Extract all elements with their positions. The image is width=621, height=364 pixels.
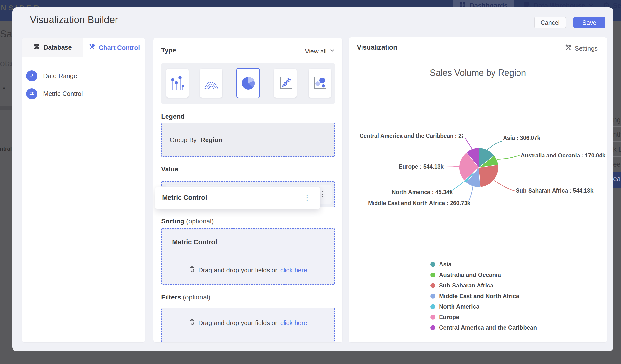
legend-dot xyxy=(431,262,435,267)
view-all-button[interactable]: View all xyxy=(305,48,335,55)
sorting-dropzone[interactable]: Metric Control Drag and drop your fields… xyxy=(161,228,335,285)
pie-label-europe: Europe : 544.13k xyxy=(399,163,444,170)
pie-label-asia: Asia : 306.07k xyxy=(503,135,540,141)
legend-dot xyxy=(431,304,435,309)
legend-label: Sub-Saharan Africa xyxy=(439,282,493,289)
leader-line-asia xyxy=(487,141,501,150)
legend-item[interactable]: Asia xyxy=(431,261,537,268)
kebab-menu-icon[interactable]: ⋮ xyxy=(303,194,311,201)
cancel-button[interactable]: Cancel xyxy=(534,17,566,28)
tab-chart-control-label: Chart Control xyxy=(99,44,140,52)
pie-label-mena: Middle East and North Africa : 260.73k xyxy=(368,200,470,207)
lollipop-chart-icon xyxy=(170,75,185,91)
legend-label: Australia and Oceania xyxy=(439,272,501,278)
legend-item[interactable]: Australia and Oceania xyxy=(431,272,537,278)
leader-line-sub-saharan xyxy=(493,180,515,191)
chart-type-arc[interactable] xyxy=(200,69,223,98)
builder-panel: Type View all xyxy=(153,38,342,342)
sidebar-item-metric-control[interactable]: Metric Control xyxy=(26,88,83,99)
background-menu-divider xyxy=(612,141,621,141)
tune-icon xyxy=(26,88,37,99)
tap-hand-icon xyxy=(189,319,195,327)
tap-hand-icon xyxy=(189,266,195,274)
background-menu-item: k D xyxy=(613,146,621,153)
tab-chart-control[interactable]: Chart Control xyxy=(83,38,145,57)
sorting-chip-label: Metric Control xyxy=(172,238,217,246)
sorting-heading: Sorting (optional) xyxy=(161,218,214,225)
tune-icon xyxy=(26,70,37,81)
database-icon xyxy=(33,43,40,52)
legend-dot xyxy=(431,315,435,320)
background-menu-item: eek xyxy=(613,161,621,168)
chart-type-lollipop[interactable] xyxy=(166,69,189,98)
sidebar-panel: Database Chart Control Date Range Metric… xyxy=(22,38,145,342)
value-chip-label: Metric Control xyxy=(162,194,207,202)
group-by-link[interactable]: Group By xyxy=(170,136,197,144)
background-text-fragment: ntral xyxy=(0,146,12,152)
legend-dot xyxy=(431,283,435,288)
legend-dot xyxy=(431,294,435,298)
legend-label: Middle East and North Africa xyxy=(439,293,519,299)
background-menu-divider xyxy=(612,156,621,157)
leader-line-europe xyxy=(442,166,459,167)
sidebar-item-label: Date Range xyxy=(43,72,77,80)
legend-label: Asia xyxy=(439,261,451,268)
value-chip-dragging[interactable]: Metric Control ⋮ xyxy=(155,187,320,209)
legend-dot xyxy=(431,325,435,330)
view-all-label: View all xyxy=(305,48,327,55)
value-heading: Value xyxy=(161,166,179,173)
filters-heading: Filters (optional) xyxy=(161,294,210,301)
legend-item[interactable]: Central America and the Caribbean xyxy=(431,324,537,331)
click-here-link[interactable]: click here xyxy=(280,266,307,274)
leader-line-australia xyxy=(496,155,520,159)
tab-database-label: Database xyxy=(43,44,72,51)
nav-settings-label: Se xyxy=(613,2,621,10)
chart-type-pie-selected[interactable] xyxy=(236,68,260,98)
pie-label-sub-saharan: Sub-Saharan Africa : 544.13k xyxy=(516,187,593,194)
legend-label: North America xyxy=(439,303,479,310)
type-heading: Type xyxy=(161,47,176,54)
legend-heading: Legend xyxy=(161,113,185,121)
chart-legend: Asia Australia and Oceania Sub-Saharan A… xyxy=(431,261,537,331)
click-here-link[interactable]: click here xyxy=(280,319,307,327)
background-text-fragment: ota xyxy=(0,58,12,69)
leader-line-mena xyxy=(468,186,473,202)
background-menu-item: nge xyxy=(613,116,621,124)
chart-type-scatter[interactable] xyxy=(274,69,296,98)
filters-dropzone[interactable]: Drag and drop your fields or click here xyxy=(161,308,335,342)
legend-label: Europe xyxy=(439,314,459,321)
legend-dot xyxy=(431,273,435,277)
page-title: Visualization Builder xyxy=(30,14,118,25)
filters-heading-label: Filters xyxy=(161,294,181,301)
bubble-chart-icon xyxy=(312,76,328,91)
arc-chart-icon xyxy=(203,75,219,91)
legend-item[interactable]: Sub-Saharan Africa xyxy=(431,282,537,289)
sidebar-item-label: Metric Control xyxy=(43,90,83,98)
sidebar-item-date-range[interactable]: Date Range xyxy=(26,70,77,81)
tab-database[interactable]: Database xyxy=(22,38,83,57)
chart-type-bubble[interactable] xyxy=(309,69,331,98)
leader-line-central-america xyxy=(466,138,472,149)
pie-label-australia: Australia and Oceania : 170.04k xyxy=(521,152,605,159)
group-by-value: Region xyxy=(201,136,222,144)
dragdrop-text: Drag and drop your fields or xyxy=(198,266,277,274)
scatter-chart-icon xyxy=(278,76,293,91)
chevron-down-icon xyxy=(329,48,335,55)
sorting-optional-label: (optional) xyxy=(186,218,214,225)
legend-item[interactable]: North America xyxy=(431,303,537,310)
chart-type-strip xyxy=(161,63,335,104)
pie-label-central-america: Central America and the Caribbean : 226.… xyxy=(360,133,463,139)
save-button[interactable]: Save xyxy=(573,17,605,28)
sorting-heading-label: Sorting xyxy=(161,218,184,225)
background-menu-item: ear xyxy=(613,175,621,183)
visualization-builder-modal: Visualization Builder Cancel Save Databa… xyxy=(12,7,613,351)
legend-item[interactable]: Middle East and North Africa xyxy=(431,293,537,299)
tools-icon xyxy=(89,43,95,52)
legend-dropzone[interactable]: Group By Region xyxy=(161,123,335,157)
pie-slice[interactable] xyxy=(479,165,498,187)
background-bullet: • xyxy=(3,84,5,92)
legend-item[interactable]: Europe xyxy=(431,314,537,321)
background-divider xyxy=(0,106,12,110)
screen: NSIDER Dashboards Data Warehouse ⚙ Se xyxy=(0,0,621,364)
visualization-panel: Visualization Settings Sales Volume by R… xyxy=(349,37,607,342)
